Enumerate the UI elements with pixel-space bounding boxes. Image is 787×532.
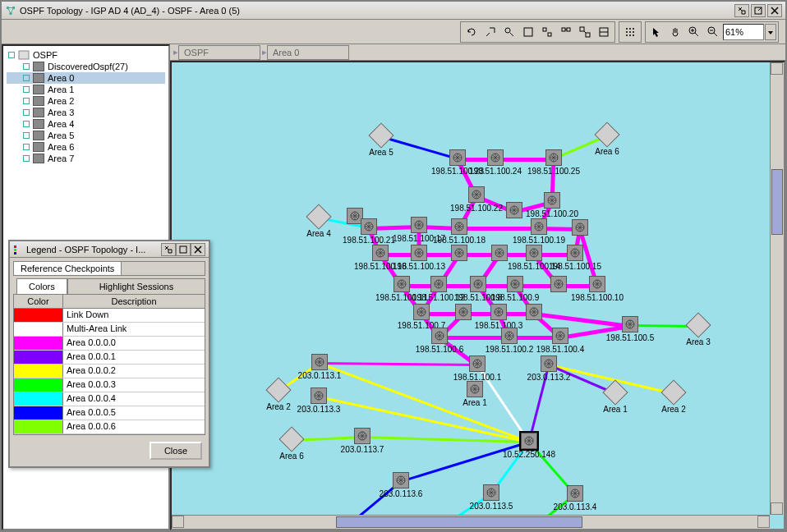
zoom-out-button[interactable] <box>704 24 722 40</box>
router-node[interactable] <box>394 276 410 292</box>
tree-item-area-3[interactable]: Area 3 <box>7 107 165 118</box>
legend-row[interactable]: Area 0.0.0.4 <box>14 392 205 406</box>
tree-item-area-1[interactable]: Area 1 <box>7 84 165 95</box>
maximize-button[interactable] <box>751 4 766 17</box>
tree-root-ospf[interactable]: OSPF <box>7 49 165 61</box>
legend-subtab-highlight[interactable]: Highlight Sessions <box>67 278 205 294</box>
scroll-thumb-horizontal[interactable] <box>336 516 582 528</box>
area-diamond[interactable] <box>368 122 394 148</box>
tree-item-area-4[interactable]: Area 4 <box>7 118 165 130</box>
layout-btn-1[interactable] <box>519 24 537 40</box>
router-node[interactable] <box>311 388 327 404</box>
close-button[interactable] <box>767 4 782 17</box>
router-node[interactable] <box>541 355 557 372</box>
breadcrumb-ospf[interactable]: OSPF <box>178 45 260 60</box>
router-node[interactable] <box>431 328 448 344</box>
minimize-button[interactable] <box>734 4 749 17</box>
router-node[interactable] <box>470 276 486 292</box>
router-node[interactable] <box>526 304 542 320</box>
router-node[interactable] <box>490 304 507 320</box>
router-node[interactable] <box>393 472 409 488</box>
router-node[interactable] <box>354 428 370 444</box>
scrollbar-horizontal[interactable] <box>172 515 770 529</box>
zoom-in-button[interactable] <box>685 24 703 40</box>
tree-item-area-5[interactable]: Area 5 <box>7 130 165 141</box>
scrollbar-vertical[interactable] <box>770 62 784 515</box>
router-node[interactable] <box>361 218 377 235</box>
grid-button[interactable] <box>621 24 639 40</box>
area-diamond[interactable] <box>594 122 619 147</box>
scroll-down-button[interactable] <box>771 502 783 515</box>
router-node[interactable] <box>451 218 467 235</box>
legend-subtab-colors[interactable]: Colors <box>16 278 67 294</box>
legend-row[interactable]: Area 0.0.0.2 <box>14 365 205 378</box>
router-node[interactable] <box>469 355 486 372</box>
tree-item-area-6[interactable]: Area 6 <box>7 141 165 153</box>
area-diamond[interactable] <box>265 377 291 402</box>
router-node[interactable] <box>507 276 523 292</box>
router-node[interactable] <box>468 186 485 203</box>
topology-link[interactable] <box>440 336 509 340</box>
legend-tab-reference[interactable]: Reference Checkpoints <box>13 261 122 276</box>
layout-btn-5[interactable] <box>595 24 613 40</box>
area-diamond[interactable] <box>278 426 304 452</box>
pointer-button[interactable] <box>647 24 665 40</box>
zoom-input[interactable] <box>723 24 764 40</box>
router-node[interactable] <box>552 328 568 344</box>
topology-link[interactable] <box>320 362 477 366</box>
legend-row[interactable]: Link Down <box>14 309 205 323</box>
layout-btn-4[interactable] <box>576 24 594 40</box>
refresh-button[interactable] <box>463 24 481 40</box>
router-node[interactable] <box>411 217 427 233</box>
legend-maximize-button[interactable] <box>176 243 191 256</box>
legend-tab-blank[interactable] <box>121 261 205 276</box>
legend-minimize-button[interactable] <box>161 243 176 256</box>
scroll-thumb-vertical[interactable] <box>771 169 783 235</box>
titlebar[interactable]: OSPF Topology - IGP AD 4 (AD_4) - OSPF -… <box>2 2 785 20</box>
router-node[interactable] <box>467 381 483 397</box>
router-node[interactable] <box>567 485 583 502</box>
legend-row[interactable]: Area 0.0.0.3 <box>14 378 205 392</box>
area-diamond[interactable] <box>306 204 331 229</box>
area-diamond[interactable] <box>685 312 711 337</box>
layout-btn-3[interactable] <box>557 24 575 40</box>
router-node[interactable] <box>487 149 504 166</box>
router-node[interactable] <box>622 316 638 332</box>
router-node[interactable] <box>550 276 567 292</box>
area-diamond[interactable] <box>660 379 686 405</box>
legend-titlebar[interactable]: Legend - OSPF Topology - I... <box>10 241 209 258</box>
router-node[interactable] <box>413 304 430 320</box>
breadcrumb-area0[interactable]: Area 0 <box>267 45 349 60</box>
tree-item-area-0[interactable]: Area 0 <box>7 72 165 84</box>
router-node[interactable] <box>572 219 588 236</box>
legend-close-button[interactable] <box>191 243 205 256</box>
router-node[interactable] <box>455 304 472 320</box>
legend-window[interactable]: Legend - OSPF Topology - I... Reference … <box>8 240 210 468</box>
router-node[interactable] <box>501 328 518 344</box>
tree-item-area-2[interactable]: Area 2 <box>7 95 165 107</box>
topology-canvas[interactable]: Area 5Area 6Area 4Area 3Area 2Area 1Area… <box>172 62 784 529</box>
router-node[interactable] <box>544 192 560 209</box>
router-node[interactable] <box>451 245 467 261</box>
legend-header-desc[interactable]: Description <box>63 295 205 308</box>
router-node[interactable] <box>531 218 547 235</box>
router-node[interactable] <box>545 149 562 166</box>
router-node[interactable] <box>526 245 542 261</box>
topology-link[interactable] <box>401 441 530 483</box>
pan-button[interactable] <box>666 24 684 40</box>
scroll-right-button[interactable] <box>757 516 770 528</box>
router-node[interactable] <box>567 245 583 261</box>
tree-item-discoveredospf-27-[interactable]: DiscoveredOspf(27) <box>7 61 165 72</box>
tree-item-area-7[interactable]: Area 7 <box>7 153 165 164</box>
scroll-up-button[interactable] <box>771 62 783 75</box>
router-node[interactable] <box>311 354 328 370</box>
topology-link[interactable] <box>459 227 539 231</box>
legend-row[interactable]: Area 0.0.0.6 <box>14 420 205 434</box>
legend-row[interactable]: Multi-Area Link <box>14 323 205 337</box>
legend-row[interactable]: Area 0.0.0.0 <box>14 337 205 351</box>
router-node[interactable] <box>449 149 466 166</box>
legend-close-btn[interactable]: Close <box>150 442 202 460</box>
legend-row[interactable]: Area 0.0.0.5 <box>14 406 205 420</box>
router-node[interactable] <box>372 245 389 261</box>
legend-row[interactable]: Area 0.0.0.1 <box>14 351 205 365</box>
